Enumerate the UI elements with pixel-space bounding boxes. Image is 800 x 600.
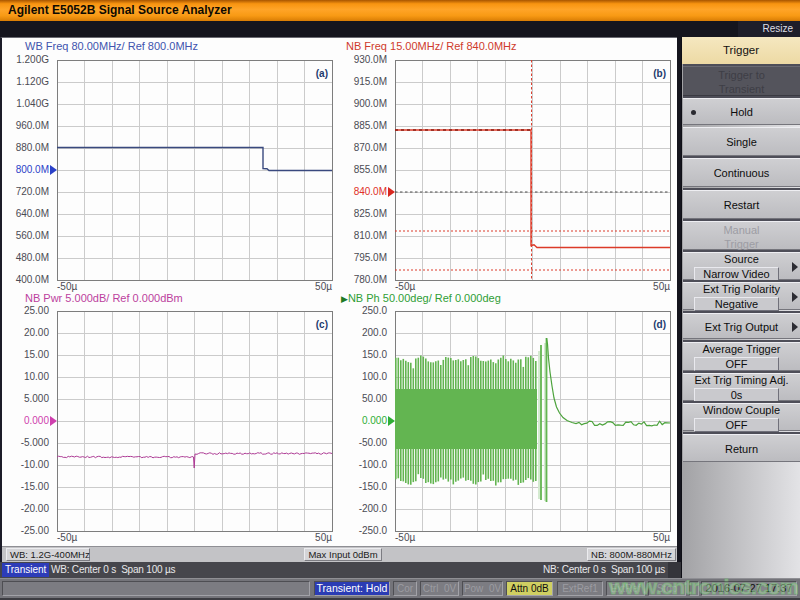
svg-text:(d): (d) <box>653 319 666 330</box>
svg-text:(c): (c) <box>316 319 328 330</box>
svg-text:(b): (b) <box>653 68 666 79</box>
svg-text:(a): (a) <box>316 68 328 79</box>
